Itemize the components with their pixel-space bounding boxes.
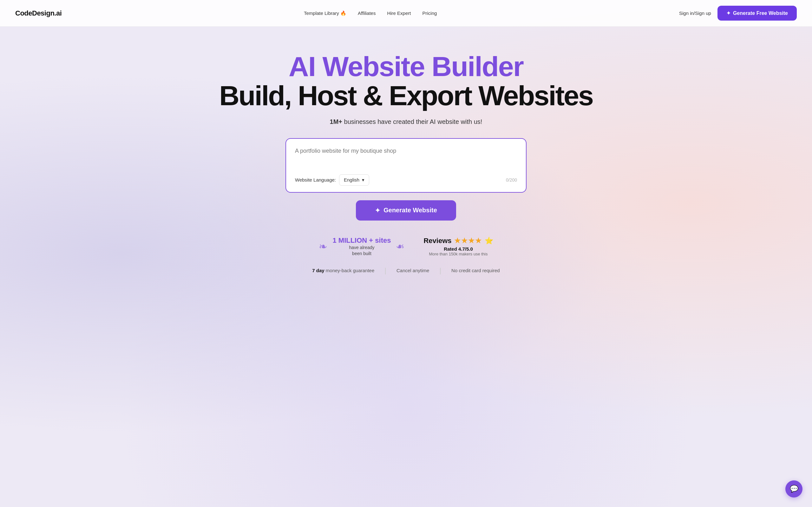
nav-affiliates[interactable]: Affiliates [358,10,375,16]
million-sub: have already been built [333,245,391,257]
stars-icon: ★★★★ [454,237,482,245]
reviews-block: Reviews ★★★★ ⭐ Rated 4.7/5.0 More than 1… [423,237,493,257]
hero-section: AI Website Builder Build, Host & Export … [0,26,812,300]
laurel-left-icon: ❧ [319,240,327,252]
language-selector: Website Language: English ▾ [295,174,369,186]
textarea-footer: Website Language: English ▾ 0/200 [295,174,517,186]
hero-title-purple: AI Website Builder [289,52,523,81]
language-dropdown[interactable]: English ▾ [339,174,369,186]
nav-right: Sign in/Sign up ✦ Generate Free Website [679,6,797,20]
website-prompt-input[interactable] [295,148,517,167]
reviews-sub: More than 150k makers use this [423,251,493,257]
sparkle-icon: ✦ [726,10,730,16]
navbar: CodeDesign.ai Template Library 🔥 Affilia… [0,0,812,26]
hero-subtitle: 1M+ businesses have created their AI web… [330,118,483,125]
million-number: 1 MILLION + sites [333,236,391,245]
nav-pricing[interactable]: Pricing [422,10,437,16]
generate-free-website-button[interactable]: ✦ Generate Free Website [717,6,797,20]
guarantee-item-3: No credit card required [441,268,510,273]
nav-links: Template Library 🔥 Affiliates Hire Exper… [304,10,437,16]
language-label: Website Language: [295,177,336,182]
generate-website-button[interactable]: ✦ Generate Website [356,200,456,221]
rating-value: Rated 4.7/5.0 [423,246,493,251]
website-prompt-card: Website Language: English ▾ 0/200 [286,138,526,193]
language-value: English [344,177,359,182]
stats-row: ❧ 1 MILLION + sites have already been bu… [319,236,493,257]
signin-link[interactable]: Sign in/Sign up [679,10,711,16]
nav-template-library[interactable]: Template Library 🔥 [304,10,346,16]
guarantee-bar: 7 day money-back guarantee | Cancel anyt… [302,267,510,275]
laurel-right-icon: ❧ [396,240,404,252]
nav-hire-expert[interactable]: Hire Expert [387,10,411,16]
million-text: 1 MILLION + sites have already been buil… [333,236,391,257]
half-star-icon: ⭐ [485,237,493,245]
chat-icon: 💬 [790,485,798,493]
chevron-down-icon: ▾ [362,177,364,183]
char-count: 0/200 [506,177,517,182]
logo: CodeDesign.ai [15,9,61,17]
chat-button[interactable]: 💬 [785,481,803,498]
guarantee-item-2: Cancel anytime [386,268,439,273]
reviews-title: Reviews ★★★★ ⭐ [423,237,493,245]
million-stat: ❧ 1 MILLION + sites have already been bu… [319,236,404,257]
hero-title-black: Build, Host & Export Websites [219,81,593,110]
guarantee-item-1: 7 day money-back guarantee [302,268,385,273]
sparkle-icon: ✦ [375,207,380,214]
